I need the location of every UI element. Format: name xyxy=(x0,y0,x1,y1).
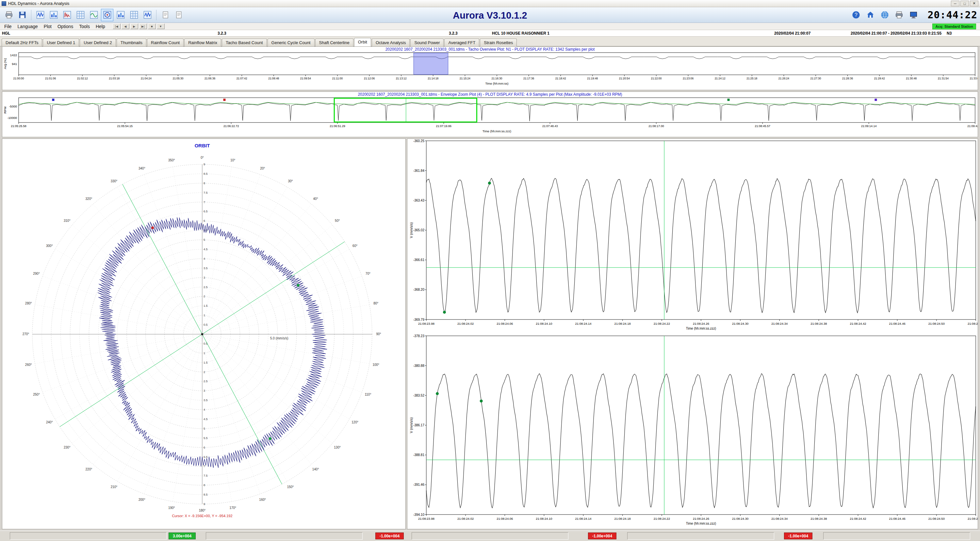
overview-plot-canvas[interactable]: 1422941Avg (%)21:00:0021:01:0621:02:1221… xyxy=(2,52,978,90)
close-button[interactable]: ✕ xyxy=(970,1,978,6)
menu-file[interactable]: File xyxy=(1,24,15,29)
svg-text:21:25:18: 21:25:18 xyxy=(746,77,757,80)
toolbar-report-1-button[interactable] xyxy=(159,9,172,21)
nav-button-0[interactable]: |◀ xyxy=(113,24,121,29)
svg-text:21:09:14.14: 21:09:14.14 xyxy=(861,124,877,128)
svg-text:4: 4 xyxy=(204,408,205,411)
envelope-zoom-plot[interactable]: 20200202 1607_20200204 213303_001.tdms -… xyxy=(2,91,978,137)
tab-rainflow-count[interactable]: Rainflow Count xyxy=(147,38,184,46)
envelope-marker-0[interactable] xyxy=(52,99,54,101)
toolbar-print-screen-button[interactable] xyxy=(894,10,905,21)
orbit-marker-1[interactable] xyxy=(269,438,272,440)
svg-text:170°: 170° xyxy=(229,506,236,510)
toolbar-snapshot-button[interactable] xyxy=(908,10,919,21)
svg-text:21:30:48: 21:30:48 xyxy=(906,77,916,80)
toolbar-plot-grid-button[interactable] xyxy=(74,9,87,21)
envelope-marker-3[interactable] xyxy=(875,99,877,101)
tab-shaft-centerline[interactable]: Shaft Centerline xyxy=(315,38,353,46)
timeseries-panel[interactable]: -360.25-361.84-363.43-365.02-366.61-368.… xyxy=(407,138,978,529)
svg-text:3.5: 3.5 xyxy=(204,399,208,402)
toolbar-plot-envelope-button[interactable] xyxy=(88,9,100,21)
svg-text:21:08:24.50: 21:08:24.50 xyxy=(928,322,945,325)
nav-button-3[interactable]: ▶| xyxy=(139,24,147,29)
info-field-3: HCL 10 HOUSE RAISONNIER 1 xyxy=(492,31,549,36)
svg-text:21:08:45.57: 21:08:45.57 xyxy=(755,124,771,128)
toolbar-plot-octave-button[interactable] xyxy=(115,9,127,21)
maximize-button[interactable]: □ xyxy=(960,1,969,6)
toolbar-plot-wave-button[interactable] xyxy=(34,9,46,21)
orbit-cursor-readout: Cursor: X = -9.156E+00, Y = -954.192 xyxy=(172,514,232,518)
tab-user-defined-2[interactable]: User Defined 2 xyxy=(80,38,116,46)
minimize-button[interactable]: ─ xyxy=(951,1,959,6)
svg-text:21:08:23.98: 21:08:23.98 xyxy=(418,517,434,520)
tab-thumbnails[interactable]: Thumbnails xyxy=(117,38,146,46)
toolbar-plot-sound-button[interactable] xyxy=(141,9,154,21)
nav-button-4[interactable]: ■ xyxy=(148,24,156,29)
ts-upper-marker-1[interactable] xyxy=(488,181,491,185)
envelope-marker-1[interactable] xyxy=(223,99,226,101)
info-field-0: HGL xyxy=(2,31,10,36)
timeseries-canvas[interactable]: -360.25-361.84-363.43-365.02-366.61-368.… xyxy=(407,139,978,529)
menu-options[interactable]: Options xyxy=(54,24,76,29)
orbit-marker-2[interactable] xyxy=(151,226,154,229)
menu-plot[interactable]: Plot xyxy=(41,24,54,29)
overview-selection-region[interactable] xyxy=(414,53,448,75)
orbit-plot-canvas[interactable]: ORBIT0°10°20°30°40°50°60°70°80°90°100°11… xyxy=(2,139,406,529)
tab-default-2hz-ffts[interactable]: Default 2Hz FFTs xyxy=(2,38,42,46)
tab-rainflow-matrix[interactable]: Rainflow Matrix xyxy=(184,38,221,46)
tacho-overview-plot[interactable]: 20200202 1607_20200204 213303_001.tdms -… xyxy=(2,46,978,90)
ts-upper-marker-0[interactable] xyxy=(443,311,446,313)
tab-user-defined-1[interactable]: User Defined 1 xyxy=(43,38,79,46)
tab-octave-analysis[interactable]: Octave Analysis xyxy=(372,38,410,46)
svg-text:21:09:42.71: 21:09:42.71 xyxy=(967,124,978,128)
toolbar-separator xyxy=(156,10,156,20)
tab-strain-rosettes[interactable]: Strain Rosettes xyxy=(480,38,517,46)
svg-text:Time (hh:mm:ss.zzz): Time (hh:mm:ss.zzz) xyxy=(686,327,716,330)
tab-generic-cycle-count[interactable]: Generic Cycle Count xyxy=(267,38,315,46)
toolbar-plot-fft-button[interactable] xyxy=(61,9,73,21)
svg-text:120°: 120° xyxy=(352,420,358,424)
ts-lower-marker-1[interactable] xyxy=(480,399,483,403)
toolbar-web-button[interactable] xyxy=(880,10,891,21)
svg-text:260°: 260° xyxy=(25,363,32,366)
nav-button-2[interactable]: ▶ xyxy=(130,24,138,29)
svg-text:330°: 330° xyxy=(111,179,118,183)
toolbar-plot-bars-button[interactable] xyxy=(48,9,60,21)
envelope-plot-canvas[interactable]: -5000-10000RPM21:05:25.5821:05:54.1521:0… xyxy=(2,97,978,137)
status-panel-4 xyxy=(823,532,970,540)
envelope-plot-frame xyxy=(19,98,975,123)
window-title: HDL Dynamics - Aurora Analysis xyxy=(8,1,69,6)
toolbar-help-button[interactable]: ? xyxy=(851,10,862,21)
toolbar-home-button[interactable] xyxy=(865,10,876,21)
toolbar-report-2-button[interactable] xyxy=(172,9,185,21)
tab-tacho-based-count[interactable]: Tacho Based Count xyxy=(222,38,267,46)
svg-text:21:00:00: 21:00:00 xyxy=(13,77,24,80)
svg-text:21:08:24.34: 21:08:24.34 xyxy=(771,517,788,520)
orbit-polar-plot[interactable]: ORBIT0°10°20°30°40°50°60°70°80°90°100°11… xyxy=(2,138,406,529)
toolbar-left-icons xyxy=(3,9,185,21)
tab-averaged-fft[interactable]: Averaged FFT xyxy=(444,38,479,46)
svg-text:21:08:24.14: 21:08:24.14 xyxy=(575,517,591,520)
tab-sound-power[interactable]: Sound Power xyxy=(410,38,444,46)
menu-language[interactable]: Language xyxy=(15,24,41,29)
menu-help[interactable]: Help xyxy=(93,24,108,29)
svg-text:Time (hh:mm:ss): Time (hh:mm:ss) xyxy=(485,82,509,85)
nav-button-5[interactable]: ▼ xyxy=(157,24,165,29)
orbit-marker-0[interactable] xyxy=(297,284,299,286)
toolbar-plot-matrix-button[interactable] xyxy=(128,9,140,21)
svg-text:21:02:12: 21:02:12 xyxy=(77,77,88,80)
tab-orbit[interactable]: Orbit xyxy=(354,38,371,46)
envelope-marker-2[interactable] xyxy=(727,99,730,101)
svg-text:5.5: 5.5 xyxy=(204,436,208,440)
status-limit-badge-0: 3.00e+004 xyxy=(169,533,196,539)
ts-lower-marker-0[interactable] xyxy=(436,392,439,395)
toolbar-plot-orbit-button[interactable] xyxy=(101,9,113,21)
toolbar-print-button[interactable] xyxy=(3,9,15,21)
svg-text:160°: 160° xyxy=(259,498,266,501)
menu-tools[interactable]: Tools xyxy=(76,24,93,29)
toolbar-export-button[interactable] xyxy=(16,9,29,21)
svg-text:21:08:24.22: 21:08:24.22 xyxy=(654,517,670,520)
svg-text:21:08:24.42: 21:08:24.42 xyxy=(850,322,866,325)
nav-button-1[interactable]: ◀ xyxy=(121,24,129,29)
svg-text:0°: 0° xyxy=(200,156,204,159)
